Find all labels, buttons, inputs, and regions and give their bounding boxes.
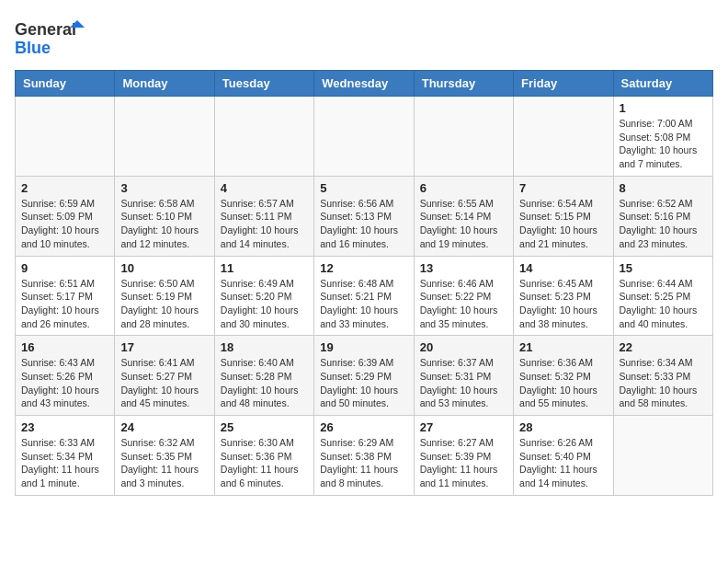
day-info: Sunrise: 6:30 AM Sunset: 5:36 PM Dayligh…	[221, 436, 308, 490]
day-number: 25	[221, 420, 308, 434]
calendar-cell	[514, 97, 613, 177]
weekday-header-thursday: Thursday	[414, 71, 513, 97]
day-info: Sunrise: 6:48 AM Sunset: 5:21 PM Dayligh…	[320, 277, 407, 331]
day-number: 5	[320, 181, 407, 195]
day-info: Sunrise: 6:26 AM Sunset: 5:40 PM Dayligh…	[519, 436, 607, 490]
day-info: Sunrise: 6:37 AM Sunset: 5:31 PM Dayligh…	[420, 356, 507, 410]
day-number: 20	[420, 340, 507, 354]
day-info: Sunrise: 6:49 AM Sunset: 5:20 PM Dayligh…	[221, 277, 308, 331]
weekday-header-monday: Monday	[115, 71, 214, 97]
day-number: 13	[420, 261, 507, 275]
calendar-table: SundayMondayTuesdayWednesdayThursdayFrid…	[15, 70, 713, 496]
calendar-cell: 2Sunrise: 6:59 AM Sunset: 5:09 PM Daylig…	[16, 176, 115, 256]
day-number: 9	[21, 261, 108, 275]
calendar-cell: 17Sunrise: 6:41 AM Sunset: 5:27 PM Dayli…	[115, 336, 214, 416]
calendar-cell: 23Sunrise: 6:33 AM Sunset: 5:34 PM Dayli…	[16, 416, 115, 496]
day-info: Sunrise: 6:29 AM Sunset: 5:38 PM Dayligh…	[320, 436, 407, 490]
day-number: 2	[21, 181, 108, 195]
day-number: 23	[21, 420, 108, 434]
day-info: Sunrise: 6:46 AM Sunset: 5:22 PM Dayligh…	[420, 277, 507, 331]
calendar-cell: 26Sunrise: 6:29 AM Sunset: 5:38 PM Dayli…	[314, 416, 414, 496]
day-info: Sunrise: 6:36 AM Sunset: 5:32 PM Dayligh…	[519, 356, 607, 410]
calendar-cell	[314, 97, 414, 177]
calendar-cell: 15Sunrise: 6:44 AM Sunset: 5:25 PM Dayli…	[613, 256, 712, 336]
day-info: Sunrise: 6:50 AM Sunset: 5:19 PM Dayligh…	[120, 277, 208, 331]
weekday-header-tuesday: Tuesday	[214, 71, 313, 97]
day-info: Sunrise: 6:56 AM Sunset: 5:13 PM Dayligh…	[320, 197, 407, 251]
calendar-week-5: 23Sunrise: 6:33 AM Sunset: 5:34 PM Dayli…	[16, 416, 713, 496]
day-info: Sunrise: 6:44 AM Sunset: 5:25 PM Dayligh…	[620, 277, 707, 331]
day-number: 22	[620, 340, 707, 354]
calendar-cell	[414, 97, 513, 177]
day-number: 27	[420, 420, 507, 434]
logo-svg: GeneralBlue	[15, 15, 88, 61]
weekday-header-saturday: Saturday	[613, 71, 712, 97]
weekday-header-wednesday: Wednesday	[314, 71, 414, 97]
day-info: Sunrise: 6:43 AM Sunset: 5:26 PM Dayligh…	[21, 356, 108, 410]
calendar-cell: 6Sunrise: 6:55 AM Sunset: 5:14 PM Daylig…	[414, 176, 513, 256]
day-info: Sunrise: 6:58 AM Sunset: 5:10 PM Dayligh…	[120, 197, 208, 251]
page-header: GeneralBlue	[15, 15, 713, 61]
calendar-week-4: 16Sunrise: 6:43 AM Sunset: 5:26 PM Dayli…	[16, 336, 713, 416]
day-number: 21	[519, 340, 607, 354]
day-number: 7	[519, 181, 607, 195]
day-number: 17	[120, 340, 208, 354]
calendar-week-1: 1Sunrise: 7:00 AM Sunset: 5:08 PM Daylig…	[16, 97, 713, 177]
day-number: 18	[221, 340, 308, 354]
calendar-week-2: 2Sunrise: 6:59 AM Sunset: 5:09 PM Daylig…	[16, 176, 713, 256]
calendar-cell: 3Sunrise: 6:58 AM Sunset: 5:10 PM Daylig…	[115, 176, 214, 256]
calendar-cell	[214, 97, 313, 177]
day-number: 26	[320, 420, 407, 434]
calendar-cell: 28Sunrise: 6:26 AM Sunset: 5:40 PM Dayli…	[514, 416, 613, 496]
day-number: 10	[120, 261, 208, 275]
calendar-cell: 21Sunrise: 6:36 AM Sunset: 5:32 PM Dayli…	[514, 336, 613, 416]
day-number: 1	[620, 101, 707, 115]
day-number: 16	[21, 340, 108, 354]
weekday-header-sunday: Sunday	[16, 71, 115, 97]
calendar-cell: 7Sunrise: 6:54 AM Sunset: 5:15 PM Daylig…	[514, 176, 613, 256]
calendar-cell: 27Sunrise: 6:27 AM Sunset: 5:39 PM Dayli…	[414, 416, 513, 496]
day-info: Sunrise: 6:59 AM Sunset: 5:09 PM Dayligh…	[21, 197, 108, 251]
day-info: Sunrise: 6:54 AM Sunset: 5:15 PM Dayligh…	[519, 197, 607, 251]
calendar-cell: 19Sunrise: 6:39 AM Sunset: 5:29 PM Dayli…	[314, 336, 414, 416]
day-info: Sunrise: 6:57 AM Sunset: 5:11 PM Dayligh…	[221, 197, 308, 251]
calendar-cell: 20Sunrise: 6:37 AM Sunset: 5:31 PM Dayli…	[414, 336, 513, 416]
calendar-cell: 5Sunrise: 6:56 AM Sunset: 5:13 PM Daylig…	[314, 176, 414, 256]
calendar-cell: 8Sunrise: 6:52 AM Sunset: 5:16 PM Daylig…	[613, 176, 712, 256]
day-info: Sunrise: 6:40 AM Sunset: 5:28 PM Dayligh…	[221, 356, 308, 410]
day-info: Sunrise: 7:00 AM Sunset: 5:08 PM Dayligh…	[620, 117, 707, 171]
day-number: 12	[320, 261, 407, 275]
day-info: Sunrise: 6:41 AM Sunset: 5:27 PM Dayligh…	[120, 356, 208, 410]
day-info: Sunrise: 6:45 AM Sunset: 5:23 PM Dayligh…	[519, 277, 607, 331]
calendar-cell: 9Sunrise: 6:51 AM Sunset: 5:17 PM Daylig…	[16, 256, 115, 336]
day-number: 19	[320, 340, 407, 354]
day-number: 8	[620, 181, 707, 195]
day-info: Sunrise: 6:55 AM Sunset: 5:14 PM Dayligh…	[420, 197, 507, 251]
day-info: Sunrise: 6:32 AM Sunset: 5:35 PM Dayligh…	[120, 436, 208, 490]
calendar-cell: 1Sunrise: 7:00 AM Sunset: 5:08 PM Daylig…	[613, 97, 712, 177]
day-number: 15	[620, 261, 707, 275]
day-info: Sunrise: 6:39 AM Sunset: 5:29 PM Dayligh…	[320, 356, 407, 410]
calendar-header-row: SundayMondayTuesdayWednesdayThursdayFrid…	[16, 71, 713, 97]
calendar-cell	[115, 97, 214, 177]
day-info: Sunrise: 6:27 AM Sunset: 5:39 PM Dayligh…	[420, 436, 507, 490]
day-info: Sunrise: 6:33 AM Sunset: 5:34 PM Dayligh…	[21, 436, 108, 490]
calendar-cell: 11Sunrise: 6:49 AM Sunset: 5:20 PM Dayli…	[214, 256, 313, 336]
calendar-cell: 12Sunrise: 6:48 AM Sunset: 5:21 PM Dayli…	[314, 256, 414, 336]
calendar-cell: 14Sunrise: 6:45 AM Sunset: 5:23 PM Dayli…	[514, 256, 613, 336]
day-info: Sunrise: 6:52 AM Sunset: 5:16 PM Dayligh…	[620, 197, 707, 251]
calendar-cell: 13Sunrise: 6:46 AM Sunset: 5:22 PM Dayli…	[414, 256, 513, 336]
day-number: 24	[120, 420, 208, 434]
day-number: 14	[519, 261, 607, 275]
calendar-cell: 22Sunrise: 6:34 AM Sunset: 5:33 PM Dayli…	[613, 336, 712, 416]
day-number: 11	[221, 261, 308, 275]
day-number: 6	[420, 181, 507, 195]
calendar-cell	[16, 97, 115, 177]
calendar-cell: 25Sunrise: 6:30 AM Sunset: 5:36 PM Dayli…	[214, 416, 313, 496]
svg-text:Blue: Blue	[15, 39, 51, 57]
calendar-week-3: 9Sunrise: 6:51 AM Sunset: 5:17 PM Daylig…	[16, 256, 713, 336]
calendar-cell: 24Sunrise: 6:32 AM Sunset: 5:35 PM Dayli…	[115, 416, 214, 496]
day-info: Sunrise: 6:34 AM Sunset: 5:33 PM Dayligh…	[620, 356, 707, 410]
calendar-cell: 10Sunrise: 6:50 AM Sunset: 5:19 PM Dayli…	[115, 256, 214, 336]
day-number: 28	[519, 420, 607, 434]
